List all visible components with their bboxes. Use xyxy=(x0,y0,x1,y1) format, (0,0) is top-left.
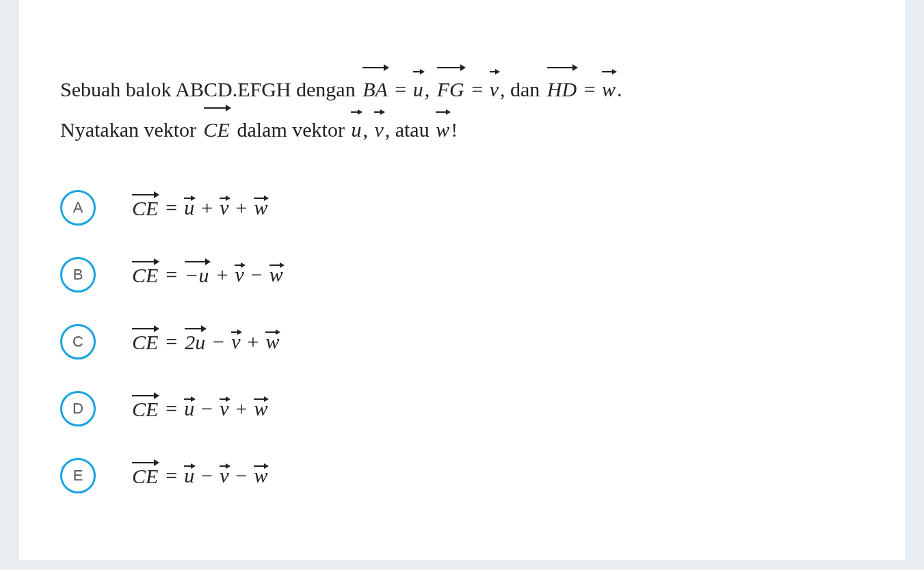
sep2: , dan xyxy=(500,78,545,100)
q-part1: Sebuah balok ABCD.EFGH dengan xyxy=(60,78,360,100)
question-card: Sebuah balok ABCD.EFGH dengan BA = u, FG… xyxy=(19,0,905,560)
option-B-t3: w xyxy=(269,263,283,286)
vector-FG: FG xyxy=(437,68,464,109)
option-E-t2: v xyxy=(220,464,228,487)
option-letter-B: B xyxy=(60,257,96,293)
option-E-text: CE = u − v − w xyxy=(130,463,269,488)
option-E-t3: w xyxy=(254,464,267,487)
sep3: , xyxy=(362,118,373,141)
vector-BA: BA xyxy=(362,68,388,109)
sep1: , xyxy=(425,78,435,100)
end1: . xyxy=(617,78,622,100)
option-D-CE: CE xyxy=(132,396,158,421)
option-D-t2: v xyxy=(220,397,228,420)
option-letter-C: C xyxy=(60,324,96,359)
vector-v2: v xyxy=(374,110,383,149)
option-A-text: CE = u + v + w xyxy=(130,195,269,220)
vector-CE: CE xyxy=(204,109,230,149)
option-B-t1: −u xyxy=(185,262,209,287)
option-D-t1: u xyxy=(184,397,194,420)
option-A-t3: w xyxy=(254,196,267,219)
option-E[interactable]: E CE = u − v − w xyxy=(60,458,864,493)
vector-w2: w xyxy=(436,110,449,149)
option-C-t3: w xyxy=(265,330,279,353)
options-list: A CE = u + v + w B CE = −u + v − w xyxy=(60,190,864,493)
option-D-text: CE = u − v + w xyxy=(130,396,269,421)
option-A[interactable]: A CE = u + v + w xyxy=(60,190,864,226)
end2: ! xyxy=(451,118,458,141)
option-E-CE: CE xyxy=(132,463,158,488)
option-A-t2: v xyxy=(220,196,228,219)
option-C-CE: CE xyxy=(132,329,158,354)
question-text: Sebuah balok ABCD.EFGH dengan BA = u, FG… xyxy=(60,68,864,149)
option-B-CE: CE xyxy=(132,262,158,287)
option-E-t1: u xyxy=(184,464,194,487)
vector-w: w xyxy=(602,70,616,109)
option-letter-D: D xyxy=(60,391,96,426)
option-letter-E: E xyxy=(60,458,96,493)
option-C-text: CE = 2u − v + w xyxy=(130,329,280,354)
option-B-t2: v xyxy=(235,263,243,286)
q-part2b: dalam vektor xyxy=(232,118,349,141)
option-A-CE: CE xyxy=(132,195,158,220)
eq2: = xyxy=(466,78,488,100)
vector-u2: u xyxy=(351,110,361,149)
option-D[interactable]: D CE = u − v + w xyxy=(60,391,864,426)
option-C-t2: v xyxy=(231,330,240,353)
q-part2a: Nyatakan vektor xyxy=(60,118,202,141)
sep4: , atau xyxy=(385,118,434,141)
option-B[interactable]: B CE = −u + v − w xyxy=(60,257,864,293)
vector-HD: HD xyxy=(547,68,577,109)
option-C[interactable]: C CE = 2u − v + w xyxy=(60,324,864,359)
eq3: = xyxy=(579,78,600,100)
option-C-t1: 2u xyxy=(185,329,205,354)
option-A-t1: u xyxy=(184,196,194,219)
vector-v: v xyxy=(490,70,499,109)
option-B-text: CE = −u + v − w xyxy=(130,262,285,287)
option-D-t3: w xyxy=(254,397,267,420)
option-letter-A: A xyxy=(60,190,96,226)
eq1: = xyxy=(390,78,412,100)
vector-u: u xyxy=(413,70,423,109)
